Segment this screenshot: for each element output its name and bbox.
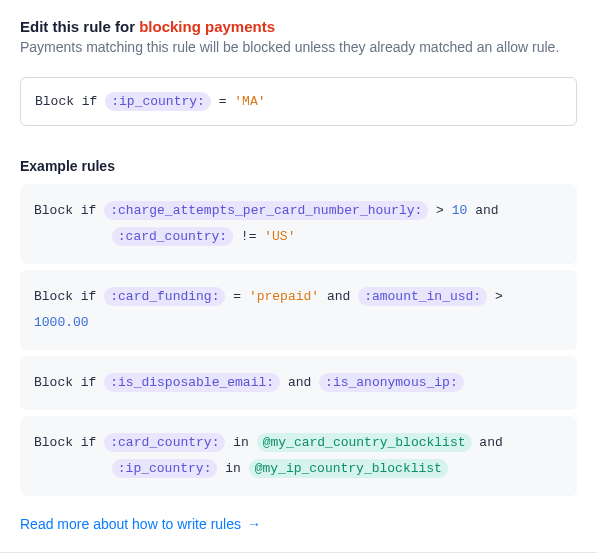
field-token: :is_anonymous_ip: bbox=[319, 373, 464, 392]
keyword-block-if: Block if bbox=[35, 94, 97, 109]
string-literal: 'prepaid' bbox=[249, 289, 319, 304]
field-token: :ip_country: bbox=[112, 459, 218, 478]
field-token: :card_funding: bbox=[104, 287, 225, 306]
number-literal: 10 bbox=[452, 203, 468, 218]
title-prefix: Edit this rule for bbox=[20, 18, 139, 35]
keyword-block-if: Block if bbox=[34, 375, 96, 390]
example-rule-1: Block if :charge_attempts_per_card_numbe… bbox=[20, 184, 577, 264]
keyword-and: and bbox=[475, 203, 498, 218]
example-rule-3: Block if :is_disposable_email: and :is_a… bbox=[20, 356, 577, 410]
keyword-block-if: Block if bbox=[34, 435, 96, 450]
read-more-link[interactable]: Read more about how to write rules → bbox=[20, 516, 261, 532]
keyword-in: in bbox=[233, 435, 249, 450]
operator-gt: > bbox=[495, 289, 503, 304]
arrow-right-icon: → bbox=[247, 516, 261, 532]
list-token: @my_ip_country_blocklist bbox=[249, 459, 448, 478]
operator-ne: != bbox=[241, 229, 257, 244]
example-rule-4: Block if :card_country: in @my_card_coun… bbox=[20, 416, 577, 496]
list-token: @my_card_country_blocklist bbox=[257, 433, 472, 452]
field-token: :charge_attempts_per_card_number_hourly: bbox=[104, 201, 428, 220]
string-literal: 'MA' bbox=[234, 94, 265, 109]
operator-equals: = bbox=[233, 289, 241, 304]
string-literal: 'US' bbox=[264, 229, 295, 244]
example-rule-2: Block if :card_funding: = 'prepaid' and … bbox=[20, 270, 577, 350]
number-literal: 1000.00 bbox=[34, 315, 89, 330]
field-token: :is_disposable_email: bbox=[104, 373, 280, 392]
field-token: :amount_in_usd: bbox=[358, 287, 487, 306]
example-rules-heading: Example rules bbox=[20, 158, 577, 174]
field-token: :card_country: bbox=[112, 227, 233, 246]
link-text: Read more about how to write rules bbox=[20, 516, 241, 532]
keyword-in: in bbox=[225, 461, 241, 476]
keyword-and: and bbox=[479, 435, 502, 450]
title-highlight: blocking payments bbox=[139, 18, 275, 35]
operator-gt: > bbox=[436, 203, 444, 218]
footer: Cancel Test rule bbox=[0, 552, 597, 559]
field-token: :card_country: bbox=[104, 433, 225, 452]
operator-equals: = bbox=[219, 94, 227, 109]
keyword-block-if: Block if bbox=[34, 289, 96, 304]
keyword-and: and bbox=[288, 375, 311, 390]
page-title: Edit this rule for blocking payments bbox=[20, 18, 577, 35]
keyword-block-if: Block if bbox=[34, 203, 96, 218]
page-subtitle: Payments matching this rule will be bloc… bbox=[20, 39, 577, 55]
rule-editor[interactable]: Block if :ip_country: = 'MA' bbox=[20, 77, 577, 126]
field-token-ip-country: :ip_country: bbox=[105, 92, 211, 111]
keyword-and: and bbox=[327, 289, 350, 304]
